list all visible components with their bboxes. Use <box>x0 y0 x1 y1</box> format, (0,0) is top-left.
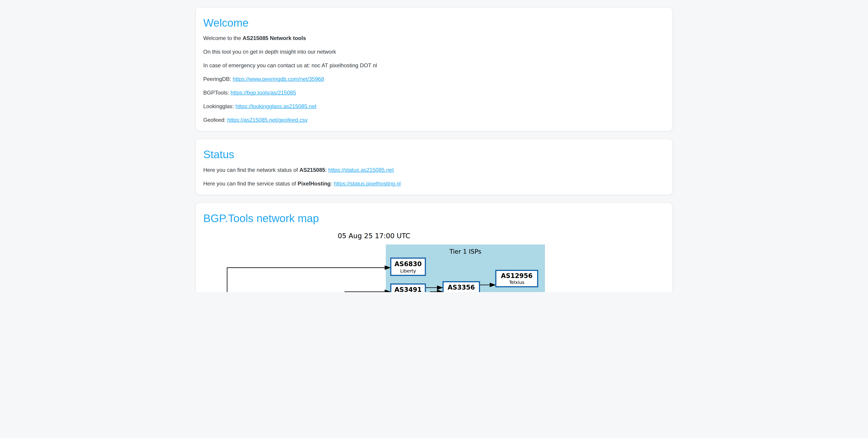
bgpmap-card: BGP.Tools network map 05 Aug 25 17:00 UT… <box>195 202 673 292</box>
bgp-network-map: 05 Aug 25 17:00 UTC Tier 1 ISPsOrigins A… <box>201 229 665 292</box>
peeringdb-label: PeeringDB: <box>203 76 232 82</box>
service-status-link[interactable]: https://status.pixelhosting.nl <box>334 181 401 187</box>
peeringdb-row: PeeringDB: https://www.peeringdb.com/net… <box>203 75 665 84</box>
bgptools-row: BGPTools: https://bgp.tools/as/215085 <box>203 89 665 97</box>
network-status-text: Here you can find the network status of <box>203 167 300 173</box>
content-column: Welcome Welcome to the AS215085 Network … <box>195 0 673 292</box>
network-status-sep: : <box>325 167 328 173</box>
welcome-intro-text: Welcome to the <box>203 35 243 41</box>
node-as3356-asn: AS3356 <box>447 284 475 291</box>
lookingglass-link[interactable]: https://lookingglass.as215085.net <box>235 103 316 109</box>
bgpmap-title: BGP.Tools network map <box>203 212 665 225</box>
service-status-row: Here you can find the service status of … <box>203 180 665 188</box>
node-as6830-asn: AS6830 <box>395 260 422 268</box>
network-status-row: Here you can find the network status of … <box>203 166 665 174</box>
page: Welcome Welcome to the AS215085 Network … <box>0 0 868 292</box>
welcome-card: Welcome Welcome to the AS215085 Network … <box>195 7 673 132</box>
welcome-title: Welcome <box>203 17 665 30</box>
welcome-line3: In case of emergency you can contact us … <box>203 62 665 70</box>
node-as12956-asn: AS12956 <box>501 272 532 280</box>
edge-as57866-as3491 <box>345 292 391 292</box>
geofeed-link[interactable]: https://as215085.net/geofeed.csv <box>227 117 308 123</box>
network-status-link[interactable]: https://status.as215085.net <box>328 167 394 173</box>
node-as3491-asn: AS3491 <box>395 286 422 292</box>
bgptools-label: BGPTools: <box>203 90 230 96</box>
welcome-intro: Welcome to the AS215085 Network tools <box>203 34 665 42</box>
service-status-sep: : <box>331 181 334 187</box>
network-status-bold: AS215085 <box>300 167 325 173</box>
welcome-intro-bold: AS215085 Network tools <box>243 35 306 41</box>
edge-as215085-as6830 <box>227 268 391 292</box>
bgp-map-svg: 05 Aug 25 17:00 UTC Tier 1 ISPsOrigins A… <box>201 229 547 292</box>
geofeed-row: Geofeed: https://as215085.net/geofeed.cs… <box>203 116 665 124</box>
node-as12956-name: Telxius <box>509 280 524 285</box>
status-card: Status Here you can find the network sta… <box>195 139 673 195</box>
map-timestamp: 05 Aug 25 17:00 UTC <box>338 232 410 240</box>
node-as3356-name: Lumen <box>454 291 469 292</box>
bgptools-link[interactable]: https://bgp.tools/as/215085 <box>230 90 296 96</box>
lookingglass-label: Lookingglas: <box>203 103 235 109</box>
lookingglass-row: Lookingglas: https://lookingglass.as2150… <box>203 102 665 111</box>
region-label-tier1: Tier 1 ISPs <box>449 248 481 255</box>
geofeed-label: Geofeed: <box>203 117 227 123</box>
service-status-bold: PixelHosting <box>298 181 331 187</box>
node-as6830-name: Liberty <box>400 268 416 274</box>
peeringdb-link[interactable]: https://www.peeringdb.com/net/35968 <box>232 76 324 82</box>
welcome-line2: On this tool you cn get in depth insight… <box>203 48 665 56</box>
status-title: Status <box>203 148 665 161</box>
service-status-text: Here you can find the service status of <box>203 181 298 187</box>
